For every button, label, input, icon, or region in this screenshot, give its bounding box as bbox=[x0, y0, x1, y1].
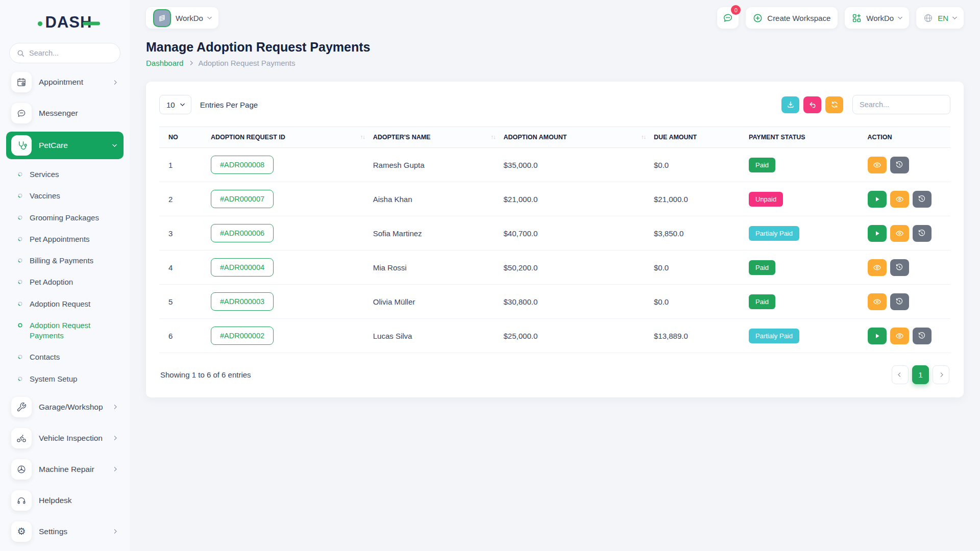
adopter-name: Olivia Müller bbox=[369, 285, 500, 319]
payment-status-badge: Paid bbox=[749, 158, 775, 172]
clock-history-icon bbox=[918, 332, 926, 340]
adoption-request-id-button[interactable]: #ADR000004 bbox=[211, 258, 274, 277]
undo-icon bbox=[808, 101, 817, 109]
create-workspace-button[interactable]: Create Workspace bbox=[746, 7, 838, 29]
pagination: 1 bbox=[888, 365, 949, 384]
pay-button[interactable] bbox=[868, 328, 887, 344]
view-button[interactable] bbox=[868, 293, 887, 310]
table-row: 2 #ADR000007 Aisha Khan $21,000.0 $21,00… bbox=[159, 182, 950, 216]
breadcrumb-dashboard-link[interactable]: Dashboard bbox=[146, 59, 183, 67]
submenu-item-adoption-request-payments[interactable]: Adoption Request Payments bbox=[17, 315, 130, 347]
view-button[interactable] bbox=[890, 328, 909, 344]
adoption-amount: $21,000.0 bbox=[500, 182, 650, 216]
sidebar-item-garage-workshop[interactable]: Garage/Workshop bbox=[6, 393, 124, 421]
breadcrumb: Dashboard Adoption Request Payments bbox=[146, 59, 964, 67]
sidebar-search-input[interactable] bbox=[29, 49, 106, 57]
bullet-icon bbox=[17, 258, 23, 263]
sort-icon[interactable]: ↑↓ bbox=[641, 134, 646, 140]
chevron-right-icon bbox=[112, 405, 117, 410]
headphones-icon bbox=[11, 490, 32, 511]
globe-icon bbox=[923, 13, 933, 23]
due-amount: $13,889.0 bbox=[650, 319, 745, 353]
history-button[interactable] bbox=[890, 293, 909, 310]
table-controls: 10 Entries Per Page bbox=[159, 95, 950, 114]
chevron-right-icon bbox=[188, 61, 193, 66]
export-button[interactable] bbox=[781, 96, 799, 113]
refresh-icon bbox=[830, 101, 839, 109]
adoption-request-id-button[interactable]: #ADR000002 bbox=[211, 327, 274, 345]
next-page-button[interactable] bbox=[933, 365, 949, 384]
sidebar: DASH Appointment Messenger bbox=[0, 0, 130, 551]
column-header-payment-status: PAYMENT STATUS bbox=[745, 127, 864, 148]
sidebar-item-vehicle-inspection[interactable]: Vehicle Inspection bbox=[6, 424, 124, 452]
history-button[interactable] bbox=[890, 157, 909, 173]
adoption-request-id-button[interactable]: #ADR000007 bbox=[211, 190, 274, 208]
pay-button[interactable] bbox=[868, 191, 887, 208]
clock-history-icon bbox=[895, 263, 903, 271]
logo-dot-icon bbox=[38, 21, 42, 26]
history-button[interactable] bbox=[913, 225, 932, 242]
submenu-item-contacts[interactable]: Contacts bbox=[17, 346, 130, 368]
topbar-right: 0 Create Workspace WorkDo EN bbox=[717, 7, 964, 29]
workspace-selector[interactable]: WorkDo bbox=[146, 7, 218, 29]
messages-button[interactable]: 0 bbox=[717, 7, 739, 29]
pay-button[interactable] bbox=[868, 225, 887, 242]
entries-per-page-select[interactable]: 10 bbox=[159, 95, 191, 114]
bullet-icon bbox=[17, 193, 23, 198]
workspace-name: WorkDo bbox=[176, 14, 203, 22]
payment-status-badge: Partialy Paid bbox=[749, 226, 799, 241]
history-button[interactable] bbox=[913, 328, 932, 344]
column-header-adoption-amount[interactable]: ADOPTION AMOUNT↑↓ bbox=[500, 127, 650, 148]
adoption-request-id-button[interactable]: #ADR000006 bbox=[211, 224, 274, 242]
eye-icon bbox=[895, 332, 904, 340]
adopter-name: Aisha Khan bbox=[369, 182, 500, 216]
view-button[interactable] bbox=[890, 225, 909, 242]
chevron-left-icon bbox=[898, 372, 903, 378]
submenu-item-pet-adoption[interactable]: Pet Adoption bbox=[17, 271, 130, 293]
sidebar-item-settings[interactable]: ⚙ Settings bbox=[6, 518, 124, 545]
sidebar-item-machine-repair[interactable]: Machine Repair bbox=[6, 456, 124, 483]
submenu-item-pet-appointments[interactable]: Pet Appointments bbox=[17, 229, 130, 250]
page-1-button[interactable]: 1 bbox=[912, 365, 929, 384]
history-button[interactable] bbox=[913, 191, 932, 208]
sidebar-search[interactable] bbox=[9, 43, 120, 63]
submenu-item-system-setup[interactable]: System Setup bbox=[17, 368, 130, 390]
view-button[interactable] bbox=[868, 259, 887, 276]
table-search-input[interactable] bbox=[852, 95, 950, 114]
submenu-item-adoption-request[interactable]: Adoption Request bbox=[17, 293, 130, 315]
sidebar-item-helpdesk[interactable]: Helpdesk bbox=[6, 487, 124, 514]
column-header-adoption-request-id[interactable]: ADOPTION REQUEST ID↑↓ bbox=[207, 127, 369, 148]
sidebar-item-petcare[interactable]: PetCare bbox=[6, 132, 124, 159]
app-root: DASH Appointment Messenger bbox=[0, 0, 980, 551]
refresh-button[interactable] bbox=[825, 96, 843, 113]
submenu-item-billing-payments[interactable]: Billing & Payments bbox=[17, 250, 130, 271]
adoption-amount: $25,000.0 bbox=[500, 319, 650, 353]
history-button[interactable] bbox=[890, 259, 909, 276]
column-header-adopter-name[interactable]: ADOPTER'S NAME↑↓ bbox=[369, 127, 500, 148]
submenu-item-grooming-packages[interactable]: Grooming Packages bbox=[17, 207, 130, 229]
page-title: Manage Adoption Request Payments bbox=[146, 40, 964, 55]
submenu-item-services[interactable]: Services bbox=[17, 164, 130, 185]
adoption-request-id-button[interactable]: #ADR000008 bbox=[211, 156, 274, 174]
view-button[interactable] bbox=[868, 157, 887, 173]
sidebar-item-label: Appointment bbox=[39, 78, 83, 87]
adoption-request-id-button[interactable]: #ADR000003 bbox=[211, 292, 274, 311]
back-button[interactable] bbox=[803, 96, 821, 113]
chevron-down-icon bbox=[898, 14, 903, 19]
sidebar-item-appointment[interactable]: Appointment bbox=[6, 68, 124, 96]
sidebar-item-messenger[interactable]: Messenger bbox=[6, 99, 124, 127]
language-selector[interactable]: EN bbox=[916, 7, 964, 29]
brand-logo[interactable]: DASH bbox=[0, 10, 130, 35]
view-button[interactable] bbox=[890, 191, 909, 208]
due-amount: $0.0 bbox=[650, 251, 745, 285]
chevron-down-icon bbox=[207, 14, 212, 19]
sort-icon[interactable]: ↑↓ bbox=[491, 134, 496, 140]
prev-page-button[interactable] bbox=[892, 365, 909, 384]
sort-icon[interactable]: ↑↓ bbox=[360, 134, 365, 140]
table-row: 4 #ADR000004 Mia Rossi $50,200.0 $0.0 Pa… bbox=[159, 251, 950, 285]
entries-summary: Showing 1 to 6 of 6 entries bbox=[160, 370, 251, 379]
submenu-item-vaccines[interactable]: Vaccines bbox=[17, 185, 130, 207]
stethoscope-icon bbox=[11, 135, 32, 156]
brand-name: DASH bbox=[45, 13, 92, 32]
workdo-menu[interactable]: WorkDo bbox=[845, 7, 909, 29]
